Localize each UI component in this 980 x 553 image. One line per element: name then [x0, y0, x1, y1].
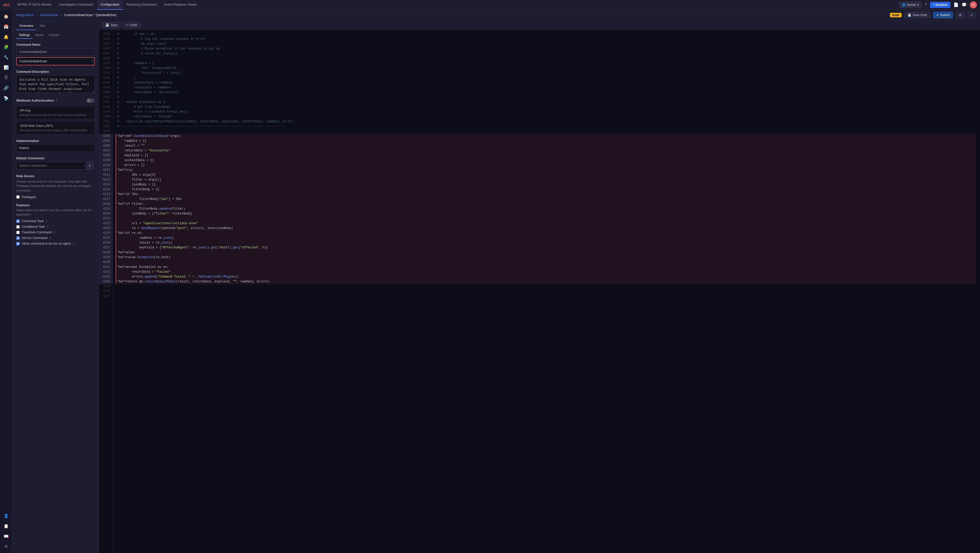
code-line: # — [117, 56, 976, 61]
nav-item-configuration[interactable]: Configuration — [97, 0, 123, 10]
document-icon[interactable]: 📄 — [953, 2, 959, 7]
user-avatar[interactable]: U — [970, 1, 977, 8]
settings-button[interactable]: ⚙ — [956, 12, 965, 18]
sidebar-user-icon[interactable]: 👤 — [2, 511, 11, 520]
code-line: "kw">except Exception as ex: — [116, 265, 976, 269]
panel-content: Command Name ? Command Description Initi… — [12, 39, 99, 553]
code-line: # } — [117, 76, 976, 80]
code-lines[interactable]: # if not r.ok:# # Log the response conte… — [113, 30, 980, 553]
code-line — [117, 294, 976, 299]
breadcrumb-integrations[interactable]: Integrations — [16, 13, 34, 17]
connection-add-button[interactable]: + — [86, 162, 94, 170]
tab-test[interactable]: Test — [36, 22, 48, 30]
command-name-display-input[interactable] — [16, 48, 95, 56]
help-icon[interactable]: ? — [924, 3, 927, 7]
nav-item-investigation[interactable]: Investigation Dashboard — [56, 0, 97, 10]
connection-select[interactable]: Select a connection — [16, 162, 86, 169]
chat-icon[interactable]: 💬 — [962, 2, 967, 7]
nav-item-mitre[interactable]: MITRE ATT&CK Monitor — [14, 0, 56, 10]
conditional-task-label: Conditional Task — [22, 225, 45, 228]
code-line: re = sendRequest(method="post", url=url,… — [116, 226, 976, 231]
sidebar-book-icon[interactable]: 📖 — [2, 532, 11, 541]
content-area: Overview Test Settings Inputs Outputs — [12, 21, 980, 553]
transform-command-checkbox[interactable] — [16, 231, 20, 234]
code-line: "kw">else: — [116, 250, 976, 255]
webhook-api-key-item[interactable]: API Key Manage and generate the API keys… — [16, 106, 95, 119]
undo-code-button[interactable]: ↩ Undo — [123, 22, 141, 28]
sidebar-network-icon[interactable]: 🔗 — [2, 83, 11, 92]
command-name-input[interactable] — [16, 57, 95, 65]
run-on-agent-checkbox[interactable] — [16, 242, 20, 245]
sidebar-wrench-icon[interactable]: 🔧 — [2, 53, 11, 62]
save-draft-icon: 💾 — [907, 13, 912, 17]
sidebar-settings-icon[interactable]: ⚙ — [2, 542, 11, 551]
webhook-toggle[interactable] — [86, 98, 95, 103]
sidebar-alert-icon[interactable]: 🔔 — [2, 32, 11, 41]
master-button[interactable]: 🌐 Master ▾ — [899, 2, 921, 8]
save-code-button[interactable]: 💾 Save — [102, 22, 121, 28]
adhoc-command-checkbox[interactable] — [16, 236, 20, 240]
nav-item-reporting[interactable]: Reporting Dashboard — [123, 0, 161, 10]
adhoc-command-info-icon[interactable]: ℹ — [49, 236, 51, 240]
command-name-label: Command Name — [16, 43, 95, 46]
sidebar-document-icon[interactable]: 📋 — [2, 521, 11, 531]
line-number: 4202 — [99, 124, 113, 129]
privileged-checkbox[interactable] — [16, 195, 20, 199]
webhook-help-icon[interactable]: ? — [56, 99, 57, 102]
line-number: 4186 — [99, 46, 113, 51]
subtab-settings[interactable]: Settings — [16, 32, 32, 39]
sidebar-database-icon[interactable]: 🗄 — [2, 73, 11, 82]
code-line: returnData = "Successful" — [116, 148, 976, 153]
implementation-select[interactable]: Python JavaScript PowerShell — [16, 144, 95, 152]
code-line: keyField = {"AffectedAgent": re.json().g… — [116, 245, 976, 250]
webhook-header: Webhook Authentication ? — [16, 98, 95, 103]
command-name-wrapper: ? — [16, 57, 95, 65]
command-task-info-icon[interactable]: ℹ — [46, 219, 47, 223]
incident-button[interactable]: + Incident — [930, 2, 950, 8]
line-number: 4217 — [99, 197, 113, 202]
breadcrumb-sep2: > — [60, 13, 62, 17]
line-number: 4192 — [99, 76, 113, 80]
transform-command-info-icon[interactable]: ℹ — [54, 231, 55, 234]
code-line: "kw">return pb.returnOutputModel(result,… — [116, 279, 976, 284]
subtab-inputs[interactable]: Inputs — [32, 32, 46, 39]
sidebar-calendar-icon[interactable]: 📅 — [2, 22, 11, 31]
command-desc-textarea[interactable]: Initiates a Full Disk Scan on Agents tha… — [16, 75, 95, 93]
code-content[interactable]: 4183418441854186418741884189419041914192… — [99, 30, 980, 553]
command-task-label: Command Task — [22, 219, 44, 223]
code-line: # --------------------------------------… — [117, 124, 976, 129]
sidebar-home-icon[interactable]: 🏠 — [2, 12, 11, 21]
subtab-outputs[interactable]: Outputs — [46, 32, 62, 39]
code-line: # return pb.returnOutputModel(resultData… — [117, 119, 976, 124]
menu-button[interactable]: ≡ — [967, 12, 976, 18]
code-line: errors = [] — [116, 163, 976, 168]
nav-item-playbook[interactable]: Event Playbook Viewer — [161, 0, 200, 10]
webhook-jwt-item[interactable]: JSON Web Token (JWT) Manage secret keys … — [16, 121, 95, 135]
line-numbers: 4183418441854186418741884189419041914192… — [99, 30, 113, 553]
breadcrumb-actions: Draft 💾 Save Draft ✔ Submit ⚙ ≡ — [890, 12, 976, 18]
code-line: "kw">def CustomInitiateScan(*args): — [116, 134, 976, 139]
line-number: 4209 — [99, 158, 113, 163]
sidebar-radio-icon[interactable]: 📡 — [2, 94, 11, 103]
conditional-task-checkbox[interactable] — [16, 225, 20, 228]
code-line: filterBody["ids"] = IDs — [116, 197, 976, 202]
conditional-task-info-icon[interactable]: ℹ — [47, 225, 48, 228]
save-draft-button[interactable]: 💾 Save Draft — [904, 12, 931, 18]
submit-button[interactable]: ✔ Submit — [933, 12, 953, 18]
line-number: 4195 — [99, 90, 113, 95]
settings-subtabs: Settings Inputs Outputs — [12, 30, 99, 39]
breadcrumb-sentinelone[interactable]: SentinelOne — [40, 13, 58, 17]
default-connection-label: Default Connection — [16, 156, 95, 160]
line-number: 4197 — [99, 100, 113, 105]
line-number: 4187 — [99, 51, 113, 56]
line-number: 4190 — [99, 66, 113, 71]
sidebar-graph-icon[interactable]: 📊 — [2, 63, 11, 72]
webhook-auth-group: Webhook Authentication ? API Key Manage … — [16, 98, 95, 135]
command-task-checkbox[interactable] — [16, 220, 20, 223]
sidebar-puzzle-icon[interactable]: 🧩 — [2, 42, 11, 52]
tab-overview[interactable]: Overview — [16, 22, 36, 30]
command-name-help-icon[interactable]: ? — [91, 59, 93, 63]
line-number: 4188 — [99, 56, 113, 61]
run-on-agent-info-icon[interactable]: ℹ — [73, 242, 74, 245]
nav-items: MITRE ATT&CK Monitor Investigation Dashb… — [14, 0, 899, 10]
